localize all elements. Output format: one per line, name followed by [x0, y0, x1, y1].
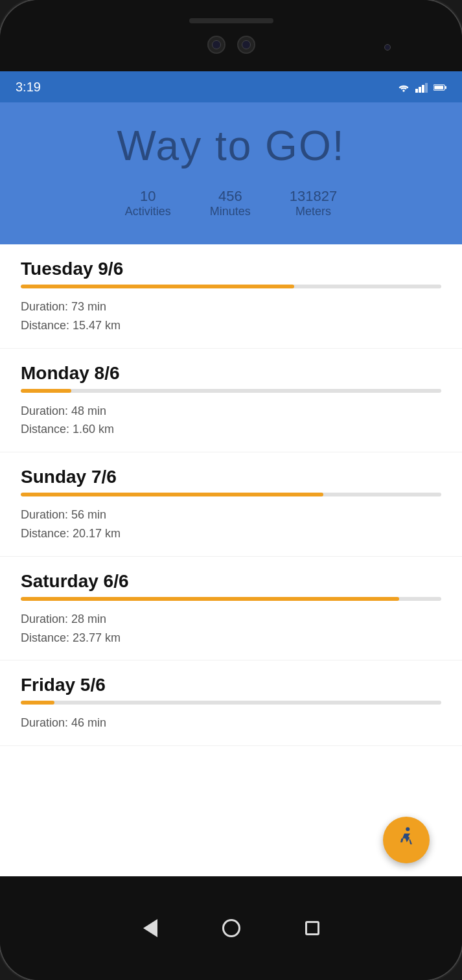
activity-item[interactable]: Monday 8/6Duration: 48 minDistance: 1.60…: [0, 349, 462, 453]
status-time: 3:19: [16, 80, 41, 95]
back-button[interactable]: [143, 919, 157, 937]
svg-rect-1: [415, 89, 418, 93]
svg-rect-2: [419, 87, 421, 93]
activity-progress-bar: [21, 597, 441, 601]
svg-point-8: [406, 827, 410, 831]
camera-group: [207, 36, 255, 54]
stat-meters: 131827 Meters: [290, 188, 337, 218]
phone-bottom-bezel: [0, 876, 462, 980]
minutes-label: Minutes: [210, 205, 251, 218]
activity-progress-bar: [21, 493, 441, 496]
activity-progress-bar: [21, 285, 441, 288]
svg-rect-3: [422, 85, 424, 93]
activity-progress-fill: [21, 493, 323, 496]
activity-item[interactable]: Sunday 7/6Duration: 56 minDistance: 20.1…: [0, 452, 462, 557]
recent-button[interactable]: [305, 921, 319, 935]
activities-label: Activities: [125, 205, 171, 218]
front-camera-left: [207, 36, 225, 54]
home-button[interactable]: [222, 919, 240, 937]
activity-progress-fill: [21, 597, 399, 601]
activity-item[interactable]: Friday 5/6Duration: 46 min: [0, 660, 462, 746]
front-camera-dot: [384, 44, 391, 51]
activity-stats: Duration: 46 min: [21, 714, 441, 732]
battery-icon: [433, 81, 446, 93]
stat-activities: 10 Activities: [125, 188, 171, 218]
activity-progress-fill: [21, 285, 294, 288]
activities-number: 10: [125, 188, 171, 205]
phone-top-bezel: [0, 0, 462, 71]
speaker-grill: [189, 18, 273, 23]
svg-rect-6: [445, 86, 446, 89]
activity-day: Sunday 7/6: [21, 467, 441, 487]
screen: 3:19: [0, 71, 462, 876]
activity-stats: Duration: 28 minDistance: 23.77 km: [21, 610, 441, 648]
activity-item[interactable]: Saturday 6/6Duration: 28 minDistance: 23…: [0, 557, 462, 661]
minutes-number: 456: [210, 188, 251, 205]
activity-progress-fill: [21, 389, 71, 393]
activity-day: Saturday 6/6: [21, 571, 441, 592]
app-header: Way to GO! 10 Activities 456 Minutes 131…: [0, 102, 462, 244]
phone-shell: 3:19: [0, 0, 462, 980]
activity-progress-bar: [21, 701, 441, 705]
status-icons: [397, 81, 446, 93]
front-camera-right: [237, 36, 255, 54]
fab-button[interactable]: [383, 817, 430, 863]
header-stats: 10 Activities 456 Minutes 131827 Meters: [26, 188, 436, 218]
runner-icon: [395, 826, 418, 854]
stat-minutes: 456 Minutes: [210, 188, 251, 218]
activity-day: Monday 8/6: [21, 363, 441, 384]
header-title: Way to GO!: [26, 122, 436, 170]
activity-stats: Duration: 73 minDistance: 15.47 km: [21, 298, 441, 335]
activity-progress-fill: [21, 701, 54, 705]
activity-progress-bar: [21, 389, 441, 393]
activity-day: Friday 5/6: [21, 675, 441, 695]
signal-icon: [415, 81, 428, 93]
activity-stats: Duration: 48 minDistance: 1.60 km: [21, 402, 441, 439]
activity-day: Tuesday 9/6: [21, 259, 441, 279]
svg-rect-7: [434, 86, 443, 89]
svg-rect-4: [425, 83, 428, 93]
activities-list: Tuesday 9/6Duration: 73 minDistance: 15.…: [0, 244, 462, 876]
activity-item[interactable]: Tuesday 9/6Duration: 73 minDistance: 15.…: [0, 244, 462, 349]
svg-point-0: [402, 89, 404, 91]
meters-number: 131827: [290, 188, 337, 205]
status-bar: 3:19: [0, 71, 462, 102]
wifi-icon: [397, 81, 410, 93]
activity-stats: Duration: 56 minDistance: 20.17 km: [21, 506, 441, 543]
meters-label: Meters: [295, 205, 331, 218]
